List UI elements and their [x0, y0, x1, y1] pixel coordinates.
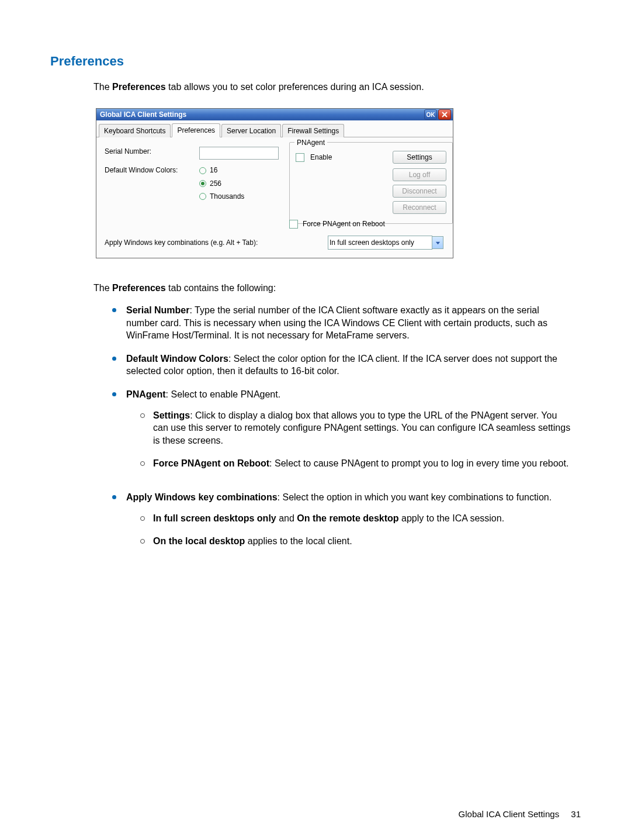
list-item: Apply Windows key combinations: Select t… [112, 491, 581, 569]
pnagent-group: PNAgent Enable Settings Log off Disconne… [289, 142, 453, 224]
item-term: Force PNAgent on Reboot [153, 458, 269, 468]
sub-list: Settings: Click to display a dialog box … [140, 409, 571, 481]
dialog-titlebar[interactable]: Global ICA Client Settings OK [96, 109, 453, 120]
settings-button[interactable]: Settings [393, 151, 446, 164]
intro-pre: The [93, 82, 112, 92]
tab-strip: Keyboard Shortcuts Preferences Server Lo… [96, 120, 453, 137]
apply-keycombo-label: Apply Windows key combinations (e.g. Alt… [105, 238, 258, 247]
page-number: 31 [571, 809, 581, 819]
list-item: Serial Number: Type the serial number of… [112, 304, 581, 352]
radio-16[interactable]: 16 [199, 165, 244, 175]
footer-label: Global ICA Client Settings [459, 809, 560, 819]
radio-thousands[interactable]: Thousands [199, 192, 244, 201]
radio-icon [199, 193, 206, 200]
item-text: : Click to display a dialog box that all… [153, 410, 570, 445]
item-text: applies to the local client. [245, 536, 352, 546]
apply-keycombo-select[interactable] [328, 236, 432, 250]
intro-bold: Preferences [112, 82, 166, 92]
sub-list: In full screen desktops only and On the … [140, 512, 571, 558]
radio-thousands-label: Thousands [210, 192, 244, 201]
list-item: Force PNAgent on Reboot: Select to cause… [140, 457, 571, 481]
item-text: : Select the option in which you want ke… [278, 492, 552, 502]
chevron-down-icon [435, 240, 441, 246]
log-off-button[interactable]: Log off [393, 168, 446, 181]
list-item: Settings: Click to display a dialog box … [140, 409, 571, 458]
body-intro-pre: The [93, 283, 112, 293]
apply-keycombo-row: Apply Windows key combinations (e.g. Alt… [105, 236, 443, 250]
intro-text: The Preferences tab allows you to set co… [93, 81, 581, 94]
item-term: In full screen desktops only [153, 513, 276, 523]
tab-server-location[interactable]: Server Location [221, 124, 281, 137]
item-term2: On the remote desktop [297, 513, 398, 523]
item-mid: and [276, 513, 297, 523]
preferences-description-list: Serial Number: Type the serial number of… [112, 304, 581, 569]
serial-number-label: Serial Number: [105, 147, 199, 156]
radio-16-label: 16 [210, 165, 217, 175]
ok-button[interactable]: OK [424, 109, 437, 120]
default-window-colors-label: Default Window Colors: [105, 165, 199, 175]
dropdown-button[interactable] [432, 236, 443, 249]
window-colors-radios: 16 256 Thousands [199, 165, 244, 201]
item-text: apply to the ICA session. [399, 513, 505, 523]
item-text: : Select to enable PNAgent. [166, 389, 281, 399]
enable-checkbox[interactable] [296, 153, 304, 162]
item-term: PNAgent [126, 389, 166, 399]
radio-icon [199, 180, 206, 187]
item-term: Apply Windows key combinations [126, 492, 278, 502]
tab-firewall-settings[interactable]: Firewall Settings [282, 124, 344, 137]
list-item: Default Window Colors: Select the color … [112, 352, 581, 388]
reconnect-button[interactable]: Reconnect [393, 201, 446, 214]
force-pnagent-label: Force PNAgent on Reboot [303, 219, 385, 229]
body-intro-post: tab contains the following: [166, 283, 276, 293]
preferences-panel: Serial Number: Default Window Colors: 16… [96, 137, 453, 258]
tab-preferences[interactable]: Preferences [172, 123, 220, 137]
enable-label: Enable [310, 153, 332, 162]
radio-icon [199, 167, 206, 174]
list-item: PNAgent: Select to enable PNAgent. Setti… [112, 388, 581, 491]
intro-post: tab allows you to set color preferences … [166, 82, 424, 92]
item-term: On the local desktop [153, 536, 245, 546]
pnagent-group-title: PNAgent [294, 138, 327, 147]
list-item: In full screen desktops only and On the … [140, 512, 571, 535]
item-text: : Select to cause PNAgent to prompt you … [269, 458, 568, 468]
disconnect-button[interactable]: Disconnect [393, 185, 446, 198]
page-footer: Global ICA Client Settings 31 [459, 808, 581, 820]
force-pnagent-checkbox[interactable] [289, 220, 298, 229]
item-term: Serial Number [126, 305, 189, 315]
close-icon [442, 112, 448, 117]
serial-number-input[interactable] [199, 147, 279, 160]
radio-256-label: 256 [210, 179, 221, 188]
svg-marker-2 [435, 242, 439, 245]
section-title: Preferences [50, 53, 581, 70]
item-text: : Type the serial number of the ICA Clie… [126, 305, 547, 340]
body-intro-bold: Preferences [112, 283, 166, 293]
item-term: Default Window Colors [126, 354, 228, 364]
body-intro: The Preferences tab contains the followi… [93, 282, 581, 295]
radio-256[interactable]: 256 [199, 179, 244, 188]
item-term: Settings [153, 410, 190, 420]
close-button[interactable] [438, 109, 451, 120]
list-item: On the local desktop applies to the loca… [140, 535, 571, 558]
tab-keyboard-shortcuts[interactable]: Keyboard Shortcuts [99, 124, 171, 137]
force-pnagent-row: Force PNAgent on Reboot [289, 219, 385, 229]
global-ica-settings-dialog: Global ICA Client Settings OK Keyboard S… [96, 108, 453, 258]
dialog-title: Global ICA Client Settings [100, 110, 186, 119]
